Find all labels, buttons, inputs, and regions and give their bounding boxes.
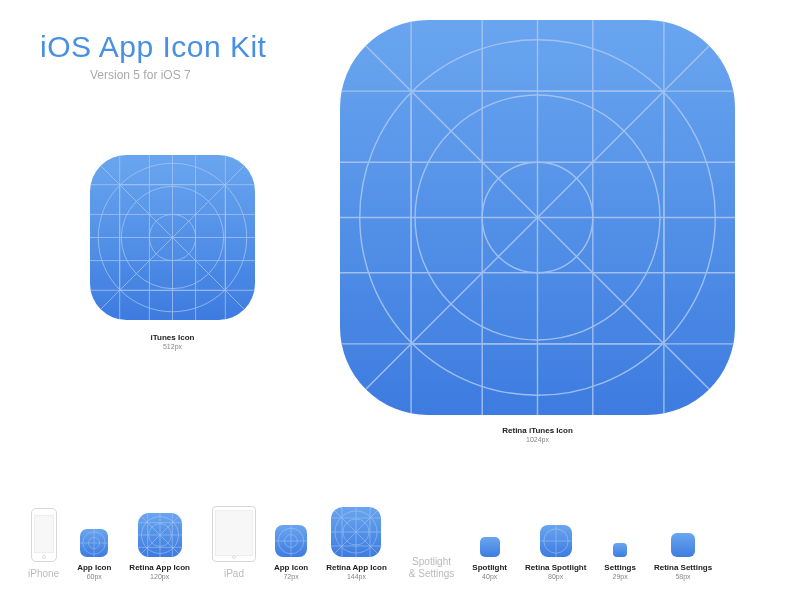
itunes-icon (90, 155, 255, 320)
retina-spotlight-icon-size: 80px (548, 573, 563, 580)
iphone-retina-app-icon-size: 120px (150, 573, 169, 580)
iphone-app-icon (80, 529, 108, 557)
ipad-app-icon-size: 72px (283, 573, 298, 580)
spotlight-icon (480, 537, 500, 557)
spotlight-icon-label: Spotlight (472, 563, 507, 572)
ipad-app-icon (275, 525, 307, 557)
ipad-app-icon-label: App Icon (274, 563, 308, 572)
ipad-retina-app-icon (331, 507, 381, 557)
spotlight-section-label: Spotlight & Settings (409, 556, 455, 580)
retina-settings-icon-size: 58px (675, 573, 690, 580)
page-subtitle: Version 5 for iOS 7 (90, 68, 191, 82)
bottom-row: iPhone App Icon 60px Retina App Icon 120… (0, 470, 800, 580)
spotlight-icon-size: 40px (482, 573, 497, 580)
ipad-device-icon (212, 506, 256, 562)
settings-icon (613, 543, 627, 557)
itunes-icon-size: 512px (90, 343, 255, 350)
ipad-section-label: iPad (224, 568, 244, 580)
ipad-group: iPad App Icon 72px Retina App Icon 144px (212, 506, 387, 580)
iphone-device-icon (31, 508, 57, 562)
settings-icon-label: Settings (604, 563, 636, 572)
retina-settings-icon-label: Retina Settings (654, 563, 712, 572)
iphone-group: iPhone App Icon 60px Retina App Icon 120… (28, 508, 190, 580)
retina-settings-icon (671, 533, 695, 557)
iphone-retina-app-icon (138, 513, 182, 557)
grid-overlay-icon (90, 155, 255, 320)
iphone-app-icon-label: App Icon (77, 563, 111, 572)
iphone-section-label: iPhone (28, 568, 59, 580)
settings-icon-size: 29px (613, 573, 628, 580)
spotlight-settings-group: Spotlight & Settings Spotlight 40px Reti… (409, 508, 712, 580)
ipad-retina-app-icon-size: 144px (347, 573, 366, 580)
retina-itunes-icon (340, 20, 735, 415)
iphone-retina-app-icon-label: Retina App Icon (129, 563, 190, 572)
iphone-app-icon-size: 60px (87, 573, 102, 580)
itunes-icon-label: iTunes Icon (90, 333, 255, 342)
retina-spotlight-icon-label: Retina Spotlight (525, 563, 586, 572)
retina-spotlight-icon (540, 525, 572, 557)
retina-itunes-icon-size: 1024px (340, 436, 735, 443)
retina-itunes-icon-label: Retina iTunes Icon (340, 426, 735, 435)
ipad-retina-app-icon-label: Retina App Icon (326, 563, 387, 572)
page-title: iOS App Icon Kit (40, 30, 266, 64)
grid-overlay-icon (340, 20, 735, 415)
